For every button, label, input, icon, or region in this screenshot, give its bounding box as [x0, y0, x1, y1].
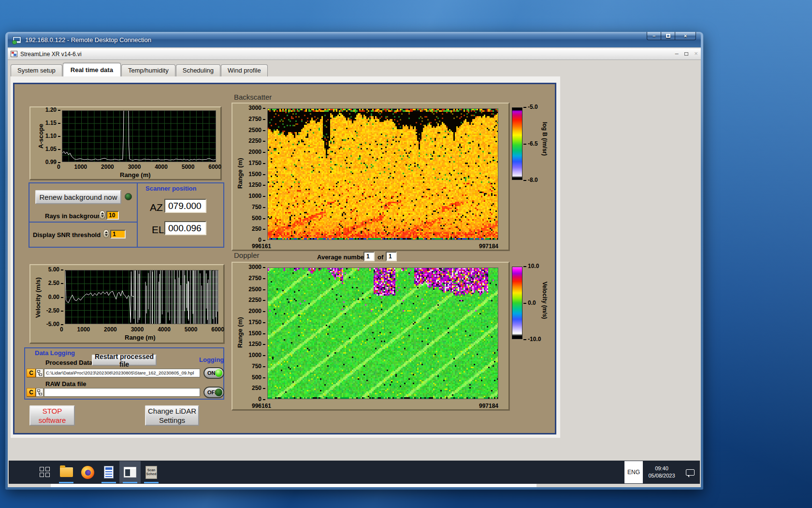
tab-temp-humidity[interactable]: Temp/humidity	[121, 64, 175, 76]
change-line2: Settings	[159, 416, 185, 425]
app-icon	[11, 51, 17, 57]
tick-label: 3000	[128, 164, 141, 170]
rays-value-field[interactable]: 10	[106, 211, 119, 220]
tick-label: 500	[252, 375, 265, 380]
raw-logging-toggle[interactable]: OFF	[203, 387, 224, 398]
task-view-button[interactable]	[34, 461, 56, 483]
raw-path-field[interactable]	[44, 388, 200, 397]
tick-label: -6.5	[523, 141, 538, 147]
folder-hierarchy-icon	[37, 389, 42, 395]
backscatter-colorbar-label: log B (/m/sr)	[541, 122, 548, 156]
doppler-graph: 3000275025002250200017501500125010007505…	[232, 262, 509, 410]
doppler-x-start: 996161	[252, 403, 271, 409]
notification-bubble-icon	[686, 469, 695, 476]
stop-software-button[interactable]: STOP software	[29, 405, 75, 426]
lidar-panel: 1.201.151.101.050.99 A-scope 01000200030…	[13, 83, 556, 434]
tick-label: 0	[258, 397, 265, 402]
language-indicator[interactable]: ENG	[624, 461, 643, 483]
tick-label: 500	[252, 216, 265, 221]
firefox-icon	[81, 466, 94, 479]
restart-processed-file-button[interactable]: Restart processed file	[92, 355, 157, 366]
renew-background-button[interactable]: Renew background now	[35, 190, 121, 204]
ascope-plot	[62, 110, 216, 162]
tick-label: 1500	[248, 172, 265, 177]
data-logging-box: Data Logging Processed Data file Restart…	[24, 347, 224, 400]
file-explorer-button[interactable]	[56, 461, 77, 483]
scan-icon-line2: Sched	[146, 472, 156, 476]
processed-path-field[interactable]: C:\Lidar\Data\Proc\2023\202308\20230805\…	[44, 369, 200, 377]
processed-browse-button[interactable]	[36, 369, 44, 377]
doppler-x-end: 997184	[460, 403, 498, 409]
ascope-x-label: Range (m)	[120, 171, 151, 179]
running-indicator	[102, 482, 116, 483]
streamline-app-button[interactable]	[119, 461, 141, 483]
firefox-button[interactable]	[77, 461, 98, 483]
on-label: ON	[207, 370, 216, 376]
tick-label: 2250	[248, 138, 265, 144]
scan-scheduler-button[interactable]: Scan Sched	[141, 461, 162, 483]
el-label: EL	[152, 224, 164, 236]
tab-wind-profile[interactable]: Wind profile	[221, 64, 268, 76]
document-icon	[104, 466, 114, 478]
average-of-label: of	[377, 254, 383, 261]
doppler-heatmap-canvas	[268, 268, 498, 399]
doppler-title: Doppler	[234, 251, 260, 259]
tick-label: 2500	[248, 287, 265, 292]
document-app-button[interactable]	[98, 461, 119, 483]
tick-label: 3000	[248, 265, 265, 270]
rays-in-background-label: Rays in background	[45, 212, 105, 220]
maximize-button[interactable]	[661, 32, 675, 40]
az-value-field: 079.000	[164, 199, 206, 213]
tick-label: 1.05	[45, 147, 60, 152]
velocity-y-label: Velocity (m/s)	[34, 277, 42, 318]
tick-label: 2750	[248, 117, 265, 122]
raw-drive-button[interactable]: C	[27, 388, 36, 397]
tab-real-time-data[interactable]: Real time data	[63, 63, 121, 76]
scan-scheduler-icon: Scan Sched	[145, 466, 157, 479]
processed-logging-toggle[interactable]: ON	[203, 367, 224, 379]
taskbar-clock[interactable]: 09:40 05/08/2023	[643, 465, 681, 479]
tick-label: 2500	[248, 128, 265, 133]
clock-time: 09:40	[643, 465, 681, 472]
app-minimize-button[interactable]: –	[672, 50, 682, 57]
tick-label: 1000	[74, 164, 87, 170]
minimize-button[interactable]: –	[647, 32, 661, 40]
tab-scheduling[interactable]: Scheduling	[176, 64, 220, 76]
tick-label: 1500	[248, 331, 265, 336]
raw-browse-button[interactable]	[36, 388, 44, 397]
snr-value-field[interactable]: 1	[110, 230, 126, 239]
change-line1: Change LiDAR	[148, 406, 196, 416]
processed-drive-button[interactable]: C	[27, 369, 36, 377]
tick-label: 250	[252, 226, 265, 232]
tick-label: 0.00	[48, 295, 63, 300]
app-title: StreamLine XR v14-6.vi	[20, 51, 82, 58]
tick-label: 1250	[248, 342, 265, 347]
change-lidar-settings-button[interactable]: Change LiDAR Settings	[145, 405, 199, 426]
scanner-position-box: Scanner position AZ 079.000 EL 000.096	[137, 182, 224, 248]
tick-label: -5.0	[523, 105, 538, 110]
stop-line2: software	[39, 416, 66, 425]
close-button[interactable]: ×	[675, 32, 696, 40]
hidden-host-taskbar[interactable]	[51, 484, 536, 487]
rdp-titlebar: 192.168.0.122 - Remote Desktop Connectio…	[8, 32, 701, 47]
rdp-icon	[13, 36, 21, 44]
doppler-colorbar-label: Velocity (m/s)	[541, 282, 548, 319]
tab-system-setup[interactable]: System setup	[11, 64, 62, 76]
velocity-plot	[65, 270, 218, 324]
data-logging-title: Data Logging	[35, 349, 75, 357]
clock-date: 05/08/2023	[643, 472, 681, 479]
tick-label: 1.15	[45, 120, 60, 126]
tick-label: 2250	[248, 298, 265, 303]
average-number-field[interactable]: 1	[363, 252, 375, 261]
action-center-button[interactable]	[681, 461, 700, 483]
remote-taskbar: Scan Sched ENG 09:40 05/08/2023	[9, 461, 700, 484]
tick-label: 750	[252, 364, 265, 369]
rays-spinner[interactable]	[99, 210, 105, 219]
folder-hierarchy-icon	[37, 370, 42, 376]
snr-spinner[interactable]	[103, 229, 109, 238]
app-restore-button[interactable]	[682, 50, 691, 57]
app-close-button[interactable]: ×	[691, 50, 701, 57]
desktop: 192.168.0.122 - Remote Desktop Connectio…	[0, 0, 812, 508]
rdp-title: 192.168.0.122 - Remote Desktop Connectio…	[25, 36, 151, 44]
app-titlebar: StreamLine XR v14-6.vi – ×	[8, 48, 701, 60]
